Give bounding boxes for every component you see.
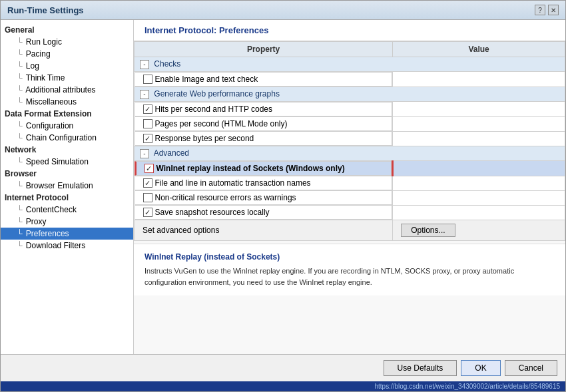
sidebar-item-data-format-extension[interactable]: Data Format Extension bbox=[1, 108, 133, 120]
title-bar-controls: ? ✕ bbox=[535, 5, 559, 15]
sidebar-item-browser-emulation[interactable]: └ Browser Emulation bbox=[1, 180, 133, 192]
dialog-footer: Use Defaults OK Cancel bbox=[1, 354, 565, 381]
sidebar-item-speed-simulation[interactable]: └ Speed Simulation bbox=[1, 156, 133, 168]
sidebar-item-chain-configuration[interactable]: └ Chain Configuration bbox=[1, 132, 133, 144]
connector-icon: └ bbox=[17, 181, 23, 190]
table-row: Pages per second (HTML Mode only) bbox=[135, 116, 565, 131]
connector-icon: └ bbox=[17, 97, 23, 106]
dialog-title: Run-Time Settings bbox=[7, 5, 84, 15]
sidebar-item-additional-attributes[interactable]: └ Additional attributes bbox=[1, 84, 133, 96]
section-generate-web-perf: - Generate Web performance graphs bbox=[135, 87, 565, 102]
enable-image-text-label: Enable Image and text check bbox=[155, 75, 258, 84]
save-snapshot-checkbox[interactable] bbox=[143, 208, 152, 217]
hits-per-second-checkbox[interactable] bbox=[143, 104, 152, 114]
content-panel: Internet Protocol: Preferences Property … bbox=[134, 20, 565, 354]
table-row: Hits per second and HTTP codes bbox=[135, 102, 565, 117]
file-and-line-value bbox=[393, 176, 565, 190]
cancel-button[interactable]: Cancel bbox=[505, 360, 557, 376]
log-label: Log bbox=[26, 61, 39, 71]
sidebar-item-network[interactable]: Network bbox=[1, 144, 133, 156]
dialog-content: General └ Run Logic └ Pacing └ Log └ Thi… bbox=[1, 20, 565, 354]
save-snapshot-label: Save snapshot resources locally bbox=[155, 208, 270, 217]
browser-emulation-label: Browser Emulation bbox=[26, 181, 93, 190]
help-button[interactable]: ? bbox=[535, 5, 545, 15]
network-label: Network bbox=[1, 144, 40, 156]
non-critical-resource-checkbox[interactable] bbox=[143, 193, 152, 202]
sidebar-item-configuration[interactable]: └ Configuration bbox=[1, 120, 133, 132]
title-bar: Run-Time Settings ? ✕ bbox=[1, 1, 565, 20]
connector-icon: └ bbox=[17, 205, 23, 214]
run-time-settings-dialog: Run-Time Settings ? ✕ General └ Run Logi… bbox=[0, 0, 566, 392]
table-row: Response bytes per second bbox=[135, 131, 565, 146]
info-text: Instructs VuGen to use the WinInet repla… bbox=[144, 266, 555, 288]
property-column-header: Property bbox=[135, 42, 393, 57]
connector-icon: └ bbox=[17, 85, 23, 95]
configuration-label: Configuration bbox=[26, 121, 73, 130]
download-filters-label: Download Filters bbox=[26, 241, 85, 250]
generate-web-perf-label: Generate Web performance graphs bbox=[154, 89, 280, 98]
sidebar-item-log[interactable]: └ Log bbox=[1, 60, 133, 72]
general-label: General bbox=[1, 24, 39, 36]
sidebar-item-pacing[interactable]: └ Pacing bbox=[1, 48, 133, 60]
table-row: File and line in automatic transaction n… bbox=[135, 176, 565, 190]
enable-image-text-checkbox[interactable] bbox=[143, 75, 152, 84]
advanced-toggle[interactable]: - bbox=[140, 149, 149, 158]
connector-icon: └ bbox=[17, 157, 23, 166]
status-bar-text: https://blog.csdn.net/weixin_34309002/ar… bbox=[374, 383, 560, 390]
content-header: Internet Protocol: Preferences bbox=[134, 20, 565, 41]
wininet-replay-value bbox=[393, 161, 565, 176]
options-button[interactable]: Options... bbox=[401, 224, 455, 237]
response-bytes-value bbox=[393, 131, 565, 146]
connector-icon: └ bbox=[17, 49, 23, 59]
sidebar-item-internet-protocol[interactable]: Internet Protocol bbox=[1, 192, 133, 204]
connector-icon: └ bbox=[17, 133, 23, 142]
hits-per-second-label: Hits per second and HTTP codes bbox=[155, 104, 273, 114]
wininet-replay-checkbox[interactable] bbox=[144, 164, 154, 173]
section-checks: - Checks bbox=[135, 57, 565, 72]
connector-icon: └ bbox=[17, 73, 23, 83]
connector-icon: └ bbox=[17, 61, 23, 71]
pages-per-second-checkbox[interactable] bbox=[143, 119, 152, 128]
sidebar-item-think-time[interactable]: └ Think Time bbox=[1, 72, 133, 84]
miscellaneous-label: Miscellaneous bbox=[26, 97, 77, 106]
save-snapshot-value bbox=[393, 205, 565, 220]
browser-label: Browser bbox=[1, 168, 41, 180]
enable-image-text-value bbox=[393, 72, 565, 87]
response-bytes-checkbox[interactable] bbox=[143, 134, 152, 143]
set-advanced-options-label: Set advanced options bbox=[142, 226, 219, 235]
content-body: Property Value - Checks bbox=[134, 41, 565, 354]
info-title: WinInet Replay (instead of Sockets) bbox=[144, 252, 555, 262]
pacing-label: Pacing bbox=[26, 49, 51, 59]
advanced-options-row: Set advanced options Options... bbox=[135, 220, 565, 241]
connector-icon: └ bbox=[17, 37, 23, 47]
sidebar-item-content-check[interactable]: └ ContentCheck bbox=[1, 204, 133, 216]
table-row: Save snapshot resources locally bbox=[135, 205, 565, 220]
think-time-label: Think Time bbox=[26, 73, 65, 83]
connector-icon: └ bbox=[17, 121, 23, 130]
additional-attributes-label: Additional attributes bbox=[25, 85, 95, 95]
file-and-line-checkbox[interactable] bbox=[143, 178, 152, 188]
connector-icon: └ bbox=[17, 229, 23, 238]
checks-toggle[interactable]: - bbox=[140, 60, 149, 69]
pages-per-second-label: Pages per second (HTML Mode only) bbox=[155, 119, 288, 128]
dfe-label: Data Format Extension bbox=[1, 108, 96, 120]
response-bytes-label: Response bytes per second bbox=[155, 134, 254, 143]
generate-web-perf-toggle[interactable]: - bbox=[140, 90, 149, 99]
close-button[interactable]: ✕ bbox=[548, 5, 559, 15]
sidebar-item-proxy[interactable]: └ Proxy bbox=[1, 216, 133, 228]
use-defaults-button[interactable]: Use Defaults bbox=[384, 360, 457, 376]
chain-configuration-label: Chain Configuration bbox=[26, 133, 97, 142]
ok-button[interactable]: OK bbox=[461, 360, 500, 376]
sidebar-item-general[interactable]: General bbox=[1, 24, 133, 36]
file-and-line-label: File and line in automatic transaction n… bbox=[155, 178, 311, 188]
sidebar-item-download-filters[interactable]: └ Download Filters bbox=[1, 240, 133, 252]
hits-per-second-value bbox=[393, 102, 565, 117]
connector-icon: └ bbox=[17, 241, 23, 250]
sidebar-item-preferences[interactable]: └ Preferences bbox=[1, 228, 133, 240]
sidebar-item-run-logic[interactable]: └ Run Logic bbox=[1, 36, 133, 48]
sidebar-item-miscellaneous[interactable]: └ Miscellaneous bbox=[1, 96, 133, 108]
internet-protocol-label: Internet Protocol bbox=[1, 192, 73, 204]
properties-table: Property Value - Checks bbox=[134, 41, 565, 241]
connector-icon: └ bbox=[17, 217, 23, 226]
sidebar-item-browser[interactable]: Browser bbox=[1, 168, 133, 180]
